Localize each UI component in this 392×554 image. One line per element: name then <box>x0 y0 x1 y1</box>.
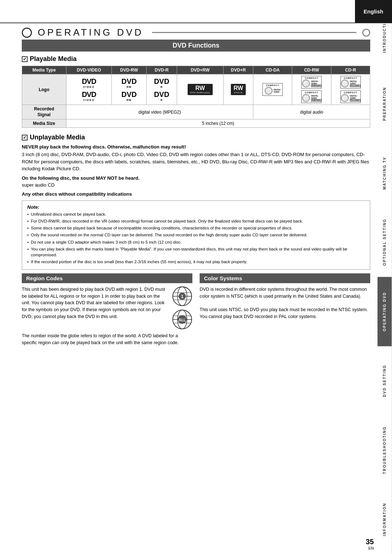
note-item: Only the sound recorded on the normal CD… <box>27 232 365 238</box>
col-cd-r: CD-R <box>331 66 370 74</box>
region-codes-header: Region Codes <box>22 273 192 283</box>
note-item: If the recorded portion of the disc is t… <box>27 259 365 265</box>
note-list: Unfinalized discs cannot be played back.… <box>27 211 365 265</box>
globe-icons: 1 ALL <box>172 286 192 330</box>
sound-warning-text: super audio CD <box>22 182 370 189</box>
col-media-type: Media Type <box>22 66 66 74</box>
never-play-warning: NEVER play back the following discs. Oth… <box>22 144 370 150</box>
page-number-area: 35 EN <box>366 538 374 550</box>
col-cd-da: CD-DA <box>253 66 292 74</box>
signal-cd: digital audio <box>253 105 370 119</box>
color-systems-header: Color Systems <box>200 273 370 283</box>
note-item: Some discs cannot be played back because… <box>27 225 365 231</box>
media-size-label: Media Size <box>22 119 66 128</box>
dvd-plus-rw-logo-cell: RWDVD+ReWritable <box>177 74 223 105</box>
dvd-r-logo-cell: DVD R DVD R <box>146 74 177 105</box>
page-title: OPERATING DVD <box>38 27 143 38</box>
region-codes-footer: The number inside the globe refers to re… <box>22 333 192 346</box>
sidebar-watching-tv: WATCHING TV <box>377 139 392 208</box>
cd-da-logo-cell: COMPACT DIGITALAUDIO <box>253 74 292 105</box>
unplayable-list: 3 inch (8 cm) disc, DVD-RAM, DVD-audio, … <box>22 151 370 172</box>
title-line <box>152 32 356 33</box>
unplayable-checkbox-icon <box>22 135 28 140</box>
globe-1-icon: 1 <box>172 286 192 306</box>
sidebar-information: INFORMATION <box>377 485 392 554</box>
col-dvd-video: DVD-VIDEO <box>66 66 112 74</box>
sound-warning-label: On the following disc, the sound MAY NOT… <box>22 175 370 181</box>
note-title: Note: <box>27 204 365 210</box>
logo-row-label: Logo <box>22 74 66 105</box>
color-systems-col: Color Systems DVD is recorded in differe… <box>200 273 370 346</box>
sidebar-operating-dvd: OPERATING DVD <box>377 277 392 346</box>
sidebar-optional-setting: OPTIONAL SETTING <box>377 208 392 277</box>
note-item: For DVD-RW/R, discs recorded in the VR (… <box>27 218 365 224</box>
language-tab: English <box>355 0 392 23</box>
playable-media-title: Playable Media <box>22 55 370 63</box>
title-right-circle-icon <box>362 29 370 37</box>
bottom-columns: Region Codes This unit has been designed… <box>22 273 370 346</box>
media-table: Media Type DVD-VIDEO DVD-RW DVD-R DVD+RW… <box>22 66 370 128</box>
dvd-rw-logo-cell: DVD RW DVD RW <box>112 74 147 105</box>
note-item: Unfinalized discs cannot be played back. <box>27 211 365 217</box>
color-systems-text: DVD is recorded in different color syste… <box>200 286 370 320</box>
note-box: Note: Unfinalized discs cannot be played… <box>22 200 370 270</box>
unplayable-media-title: Unplayable Media <box>22 134 370 141</box>
globe-all-icon: ALL <box>172 309 192 330</box>
col-dvd-plus-r: DVD+R <box>224 66 253 74</box>
dvd-video-logo-cell: DVD VIDEO DVD VIDEO <box>66 74 112 105</box>
signal-dvd: digital video (MPEG2) <box>66 105 253 119</box>
section-header: DVD Functions <box>22 40 370 52</box>
cd-rw-logo-cell: COMPACT DIGITALAUDIOReWritable COMPACT D… <box>292 74 331 105</box>
col-cd-rw: CD-RW <box>292 66 331 74</box>
svg-text:ALL: ALL <box>179 318 185 322</box>
note-item: Do not use a single CD adaptor which mak… <box>27 239 365 245</box>
top-bar: English <box>0 0 392 23</box>
cd-r-logo-cell: COMPACT DIGITALAUDIORecordable COMPACT D… <box>331 74 370 105</box>
compat-label: Any other discs without compatibility in… <box>22 191 370 197</box>
svg-text:1: 1 <box>181 294 183 299</box>
page-number: 35 <box>366 538 374 546</box>
checkbox-icon <box>22 56 28 62</box>
right-sidebar: INTRODUCTION PREPARATION WATCHING TV OPT… <box>377 0 392 554</box>
main-content: Playable Media Media Type DVD-VIDEO DVD-… <box>0 55 392 346</box>
col-dvd-plus-rw: DVD+RW <box>177 66 223 74</box>
sidebar-dvd-setting: DVD SETTING <box>377 346 392 416</box>
media-size-value: 5 inches (12 cm) <box>66 119 370 128</box>
region-codes-col: Region Codes This unit has been designed… <box>22 273 192 346</box>
col-dvd-rw: DVD-RW <box>112 66 147 74</box>
sidebar-troubleshooting: TROUBLESHOOTING <box>377 416 392 485</box>
page-lang: EN <box>366 546 374 550</box>
col-dvd-r: DVD-R <box>146 66 177 74</box>
color-systems-body: DVD is recorded in different color syste… <box>200 286 370 320</box>
title-circle-icon <box>22 28 32 38</box>
dvd-plus-r-logo-cell: RW DVD+R <box>224 74 253 105</box>
sidebar-preparation: PREPARATION <box>377 69 392 139</box>
recorded-signal-label: RecordedSignal <box>22 105 66 119</box>
note-item: You can play back discs with the marks l… <box>27 246 365 258</box>
region-codes-text: This unit has been designed to play back… <box>22 286 168 320</box>
region-codes-body: This unit has been designed to play back… <box>22 286 192 346</box>
page-title-area: OPERATING DVD <box>0 23 392 40</box>
